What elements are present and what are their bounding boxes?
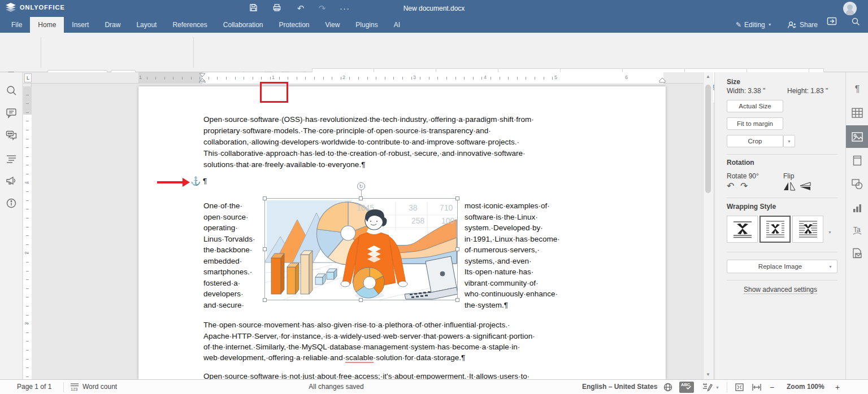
- scroll-down-arrow[interactable]: ▼: [703, 370, 713, 379]
- text-line: embedded·: [203, 256, 255, 267]
- editing-mode-button[interactable]: ✎ Editing ▼: [736, 17, 772, 33]
- text-line[interactable]: web·development,·offering·a·reliable·and…: [203, 352, 465, 364]
- crop-button[interactable]: Crop: [727, 135, 783, 147]
- save-button[interactable]: [246, 3, 260, 14]
- chevron-down-icon[interactable]: ▼: [715, 386, 719, 389]
- resize-handle-nw[interactable]: [263, 196, 267, 200]
- fit-page-icon: [735, 383, 744, 392]
- paragraph-settings-tab[interactable]: ¶: [846, 78, 868, 100]
- image-settings-tab[interactable]: [846, 125, 868, 148]
- rotation-section-title: Rotation: [727, 159, 754, 167]
- user-avatar[interactable]: [843, 2, 857, 15]
- mail-merge-settings-tab[interactable]: [846, 242, 868, 264]
- language-selector[interactable]: English – United States: [582, 383, 657, 391]
- fit-width-button[interactable]: [752, 383, 762, 393]
- resize-handle-n[interactable]: [359, 196, 363, 200]
- wrap-text-right[interactable]: most·iconic·examples·of·software·is·the·…: [465, 200, 560, 310]
- table-settings-tab[interactable]: [846, 102, 868, 124]
- paragraph[interactable]: The·open·source·movement·has·also·given·…: [203, 319, 535, 353]
- tab-file[interactable]: File: [3, 17, 30, 33]
- search-button[interactable]: [851, 17, 860, 26]
- tab-draw[interactable]: Draw: [97, 17, 128, 33]
- resize-handle-s[interactable]: [359, 298, 363, 302]
- indent-markers[interactable]: [199, 73, 206, 83]
- crop-dropdown-button[interactable]: ▼: [783, 135, 795, 147]
- zoom-out-button[interactable]: −: [770, 383, 774, 392]
- resize-handle-se[interactable]: [455, 298, 459, 302]
- print-button[interactable]: [270, 3, 284, 14]
- wrap-style-expand-button[interactable]: ▼: [828, 226, 832, 236]
- wrap-style-square[interactable]: [760, 216, 791, 243]
- text-line: solutions·that·are·freely·available·to·e…: [203, 159, 534, 170]
- flip-horizontal-button[interactable]: [783, 182, 796, 193]
- flip-vertical-button[interactable]: [800, 182, 811, 193]
- zoom-level-indicator[interactable]: Zoom 100%: [787, 383, 824, 391]
- resize-handle-ne[interactable]: [455, 196, 459, 200]
- wrap-inline-icon: [732, 220, 753, 239]
- sidebar-headings-button[interactable]: [6, 153, 17, 164]
- sidebar-search-button[interactable]: [6, 85, 17, 96]
- chevron-down-icon[interactable]: ▼: [654, 386, 658, 389]
- document-page[interactable]: Open·source·software·(OSS)·has·revolutio…: [138, 86, 666, 379]
- tab-protection[interactable]: Protection: [271, 17, 318, 33]
- anchor-icon: ⚓: [190, 176, 201, 186]
- resize-handle-e[interactable]: [455, 247, 459, 251]
- headers-footers-settings-tab[interactable]: [846, 149, 868, 172]
- scrollbar-thumb[interactable]: [705, 85, 711, 193]
- right-indent-marker[interactable]: [659, 77, 666, 83]
- resize-handle-sw[interactable]: [263, 298, 267, 302]
- paragraph[interactable]: Open·source·software·(OSS)·has·revolutio…: [203, 114, 534, 170]
- actual-size-button[interactable]: Actual Size: [727, 100, 783, 112]
- tab-view[interactable]: View: [318, 17, 348, 33]
- shape-settings-tab[interactable]: [846, 173, 868, 195]
- text-line: open·source·: [203, 212, 255, 223]
- scroll-up-arrow[interactable]: ▲: [703, 72, 713, 81]
- horizontal-ruler[interactable]: 1 1 2 3 4 5 6: [23, 72, 703, 84]
- text-line: Open·source·software·(OSS)·has·revolutio…: [203, 114, 534, 125]
- text-art-settings-tab[interactable]: Ta: [846, 219, 868, 242]
- rotate-cw-button[interactable]: ↷: [740, 181, 748, 191]
- word-count-button[interactable]: Word count: [83, 383, 117, 391]
- spell-check-button[interactable]: ABC: [679, 382, 694, 393]
- paragraph[interactable]: Open·source·software·is·not·just·about·f…: [203, 371, 530, 379]
- track-changes-button[interactable]: [702, 383, 713, 393]
- vertical-ruler[interactable]: 1 2 3: [23, 84, 32, 379]
- misspelled-word: scalable: [345, 353, 374, 363]
- show-advanced-settings-link[interactable]: Show advanced settings: [744, 286, 817, 294]
- rotation-handle[interactable]: ↻: [357, 182, 365, 190]
- wrap-text-left[interactable]: One·of·the·open·source·operating·Linus·T…: [203, 200, 255, 310]
- share-label: Share: [800, 17, 818, 33]
- set-language-button[interactable]: [663, 383, 672, 393]
- text-line: system.·Developed·by·: [465, 222, 560, 234]
- tab-references[interactable]: References: [164, 17, 215, 33]
- sidebar-chat-button[interactable]: [6, 130, 17, 141]
- chat-icon: [6, 130, 17, 141]
- zoom-in-button[interactable]: +: [835, 383, 840, 392]
- page-number-indicator[interactable]: Page 1 of 1: [17, 383, 51, 391]
- word-count-icon: 123: [70, 383, 79, 393]
- tab-stop-selector[interactable]: L: [24, 73, 32, 82]
- tab-collaboration[interactable]: Collaboration: [215, 17, 271, 33]
- share-button[interactable]: Share: [787, 17, 818, 33]
- open-file-location-button[interactable]: [827, 17, 837, 25]
- tab-layout[interactable]: Layout: [128, 17, 164, 33]
- tab-insert[interactable]: Insert: [64, 17, 97, 33]
- replace-image-button[interactable]: Replace Image▼: [727, 260, 837, 273]
- sidebar-comments-button[interactable]: [6, 107, 17, 119]
- sidebar-about-button[interactable]: [6, 198, 17, 209]
- tab-home[interactable]: Home: [30, 17, 64, 33]
- fit-page-button[interactable]: [735, 383, 744, 393]
- text-segment: ·solution·for·data·storage.¶: [374, 353, 466, 362]
- wrap-style-inline[interactable]: [727, 216, 758, 243]
- resize-handle-w[interactable]: [263, 247, 267, 251]
- chart-settings-tab[interactable]: [846, 196, 868, 219]
- rotate-ccw-button[interactable]: ↶: [727, 181, 734, 191]
- sidebar-feedback-button[interactable]: [6, 175, 17, 186]
- fit-to-margin-button[interactable]: Fit to margin: [727, 117, 783, 130]
- folder-arrow-icon: [827, 17, 837, 25]
- chevron-down-icon: ▼: [828, 230, 832, 234]
- tab-ai[interactable]: AI: [386, 17, 408, 33]
- wrap-style-tight[interactable]: [792, 216, 823, 243]
- tab-plugins[interactable]: Plugins: [348, 17, 385, 33]
- flip-label: Flip: [783, 172, 794, 180]
